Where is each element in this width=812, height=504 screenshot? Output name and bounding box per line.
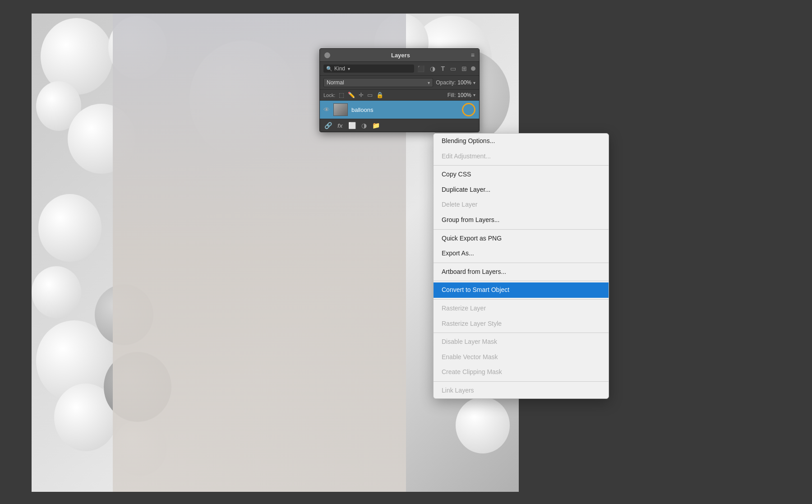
adjustment-icon[interactable]: ◑	[361, 122, 367, 129]
canvas-area: Layers ≡ 🔍 Kind ▾ ⬛ ◑ T ▭ ⊞	[0, 0, 812, 504]
fx-icon[interactable]: fx	[337, 122, 343, 129]
lock-move-icon[interactable]: ✛	[359, 92, 364, 98]
menu-item-copy-css[interactable]: Copy CSS	[434, 167, 609, 182]
lock-all-icon[interactable]: 🔒	[376, 92, 383, 98]
balloon-decoration	[456, 397, 510, 453]
lock-paint-icon[interactable]: ✏️	[348, 92, 355, 98]
search-icon: 🔍	[326, 66, 332, 72]
layers-titlebar: Layers ≡	[320, 49, 479, 62]
layers-lock-row: Lock: ⬚ ✏️ ✛ ▭ 🔒 Fill: 100% ▾	[320, 90, 479, 101]
fill-row: Fill: 100% ▾	[448, 92, 475, 98]
layer-thumb-image	[334, 104, 347, 116]
layers-blend-row: Normal ▾ Opacity: 100% ▾	[320, 76, 479, 90]
filter-pixel-icon[interactable]: ⬛	[416, 65, 426, 73]
filter-toggle-dot[interactable]	[471, 66, 475, 71]
link-icon[interactable]: 🔗	[324, 122, 332, 129]
menu-item-enable-vector-mask: Enable Vector Mask	[434, 350, 609, 365]
layer-thumbnail	[333, 103, 348, 116]
menu-item-duplicate-layer[interactable]: Duplicate Layer...	[434, 182, 609, 198]
balloon-decoration	[38, 194, 102, 262]
menu-item-artboard-from-layers[interactable]: Artboard from Layers...	[434, 264, 609, 280]
layers-panel: Layers ≡ 🔍 Kind ▾ ⬛ ◑ T ▭ ⊞	[319, 48, 480, 132]
menu-item-rasterize-layer: Rasterize Layer	[434, 301, 609, 316]
blend-dropdown-arrow: ▾	[428, 80, 430, 85]
blend-mode-select[interactable]: Normal ▾	[323, 78, 433, 87]
opacity-label: Opacity:	[436, 79, 456, 86]
fill-value[interactable]: 100%	[457, 92, 471, 98]
fill-dropdown-arrow: ▾	[473, 92, 475, 97]
panel-menu-icon[interactable]: ≡	[471, 51, 475, 59]
layer-visibility-icon[interactable]: 👁	[323, 106, 330, 113]
menu-item-disable-layer-mask: Disable Layer Mask	[434, 334, 609, 350]
panel-close-button[interactable]	[324, 52, 330, 58]
menu-item-delete-layer: Delete Layer	[434, 197, 609, 213]
kind-label: Kind	[334, 65, 345, 72]
filter-search[interactable]: 🔍 Kind ▾	[323, 65, 414, 73]
filter-smart-icon[interactable]: ⊞	[460, 64, 468, 73]
filter-shape-icon[interactable]: ▭	[449, 64, 457, 73]
layer-name-label: balloons	[351, 106, 458, 113]
opacity-row: Opacity: 100% ▾	[436, 79, 475, 86]
lock-label: Lock:	[323, 92, 335, 98]
blend-mode-label: Normal	[327, 79, 344, 86]
lock-icons: ⬚ ✏️ ✛ ▭ 🔒	[339, 92, 383, 98]
folder-icon[interactable]: 📁	[372, 122, 380, 129]
separator-separator1	[434, 165, 609, 166]
separator-separator5	[434, 299, 609, 300]
menu-item-link-layers: Link Layers	[434, 383, 609, 398]
separator-separator3	[434, 263, 609, 263]
opacity-value[interactable]: 100%	[457, 79, 471, 86]
menu-item-export-as[interactable]: Export As...	[434, 246, 609, 261]
layer-options-badge[interactable]	[462, 103, 475, 116]
context-menu: Blending Options...Edit Adjustment...Cop…	[433, 133, 609, 399]
menu-item-quick-export[interactable]: Quick Export as PNG	[434, 231, 609, 246]
opacity-dropdown-arrow: ▾	[473, 80, 475, 85]
menu-item-edit-adjustment: Edit Adjustment...	[434, 149, 609, 164]
layers-filter-row: 🔍 Kind ▾ ⬛ ◑ T ▭ ⊞	[320, 62, 479, 76]
menu-item-create-clipping-mask: Create Clipping Mask	[434, 365, 609, 380]
filter-icons-row: ⬛ ◑ T ▭ ⊞	[416, 64, 475, 73]
layers-footer: 🔗 fx ⬜ ◑ 📁	[320, 119, 479, 132]
menu-item-convert-to-smart-object[interactable]: Convert to Smart Object	[434, 282, 609, 298]
filter-text-icon[interactable]: T	[439, 64, 446, 73]
separator-separator7	[434, 381, 609, 382]
lock-artboard-icon[interactable]: ▭	[367, 92, 373, 98]
separator-separator2	[434, 229, 609, 230]
layer-item-balloons[interactable]: 👁 balloons	[320, 101, 479, 119]
filter-adjustment-icon[interactable]: ◑	[429, 64, 437, 73]
separator-separator6	[434, 333, 609, 333]
menu-item-rasterize-layer-style: Rasterize Layer Style	[434, 316, 609, 332]
mask-icon[interactable]: ⬜	[348, 122, 356, 129]
menu-item-blending-options[interactable]: Blending Options...	[434, 134, 609, 149]
balloon-decoration	[32, 266, 81, 318]
panel-title: Layers	[391, 52, 410, 59]
lock-transparent-icon[interactable]: ⬚	[339, 92, 344, 98]
dropdown-arrow: ▾	[348, 66, 350, 71]
separator-separator4	[434, 281, 609, 281]
fill-label: Fill:	[448, 92, 456, 98]
menu-item-group-from-layers[interactable]: Group from Layers...	[434, 213, 609, 228]
